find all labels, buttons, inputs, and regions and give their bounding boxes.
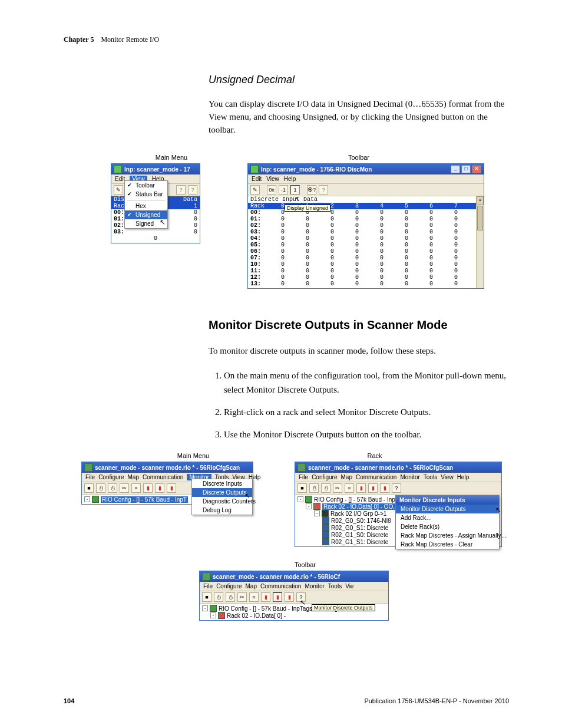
- monitor-inputs-icon[interactable]: ▮: [261, 592, 270, 602]
- m-configure[interactable]: Configure: [216, 583, 242, 589]
- menu-help[interactable]: Help: [284, 176, 296, 182]
- menu-edit[interactable]: Edit: [252, 176, 262, 182]
- icon[interactable]: ⎙: [226, 592, 235, 602]
- tool-icon[interactable]: ✎: [114, 185, 123, 195]
- tool-hex[interactable]: 0x: [267, 185, 276, 195]
- ctx-monitor-outputs[interactable]: Monitor Discrete Outputs: [396, 505, 499, 513]
- icon[interactable]: ✂: [237, 592, 247, 602]
- tree-item[interactable]: R02_G1_S1: Discrete: [331, 539, 388, 545]
- save-icon[interactable]: ■: [297, 483, 307, 493]
- mi-debug-log[interactable]: Debug Log: [192, 506, 252, 515]
- icon[interactable]: ▮: [356, 483, 366, 493]
- close-button[interactable]: ×: [472, 165, 481, 173]
- icon[interactable]: ≡: [345, 483, 354, 493]
- tree-grp[interactable]: Rack 02 I/O Grp 0->1: [330, 510, 386, 517]
- ctx-map-assign[interactable]: Rack Map Discretes - Assign Manually…: [396, 531, 499, 540]
- titlebar[interactable]: Inp: scanner_mode - 1756-RIO DiscMon _ □…: [248, 164, 484, 174]
- menu-view[interactable]: View: [266, 176, 279, 182]
- icon[interactable]: ▮: [368, 483, 378, 493]
- m-file[interactable]: File: [203, 583, 213, 589]
- tree-item[interactable]: R02_G0_S1: Discrete: [331, 525, 388, 531]
- m-monitor[interactable]: Monitor: [400, 474, 419, 480]
- monitor-outputs-icon[interactable]: ▮: [273, 592, 282, 602]
- context-menu[interactable]: Monitor Discrete Inputs Monitor Discrete…: [395, 495, 500, 549]
- m-comm[interactable]: Communication: [356, 474, 396, 480]
- icon[interactable]: ⎙: [96, 483, 105, 493]
- m-file[interactable]: File: [85, 474, 95, 480]
- toolbar: ✎ 0x -1 1 ⦿? ?: [248, 183, 484, 196]
- m-file[interactable]: File: [299, 474, 308, 480]
- data-row: 13:00000000: [248, 281, 484, 287]
- menu-item-statusbar[interactable]: Status Bar: [125, 190, 167, 199]
- tree-root[interactable]: RIO Config - [] - 57k Baud - InpT: [101, 496, 188, 503]
- save-icon[interactable]: ■: [202, 592, 211, 602]
- help-icon[interactable]: ?: [319, 185, 328, 195]
- ctx-head[interactable]: Monitor Discrete Inputs: [396, 496, 499, 505]
- icon[interactable]: ▮: [167, 483, 176, 493]
- menu-edit[interactable]: Edit: [115, 176, 125, 182]
- menu-item-signed[interactable]: Signed: [125, 219, 167, 228]
- help-context-icon[interactable]: ⦿?: [307, 185, 316, 195]
- m-tools[interactable]: Tools: [328, 583, 342, 589]
- app-icon: [250, 165, 259, 173]
- icon[interactable]: ⎙: [309, 483, 319, 493]
- icon[interactable]: ▮: [285, 592, 294, 602]
- tree-item[interactable]: R02_G0_S0: 1746-NI8: [331, 518, 391, 524]
- tree-rack[interactable]: Rack 02 - IO.Data[ 0] -: [227, 612, 286, 619]
- tool-icon[interactable]: ✎: [250, 185, 260, 195]
- m-view[interactable]: Vie: [345, 583, 353, 589]
- help-icon[interactable]: ?: [392, 483, 401, 493]
- m-map[interactable]: Map: [245, 583, 256, 589]
- mi-discrete-outputs[interactable]: Discrete Outputs: [192, 488, 252, 497]
- ctx-delete-rack[interactable]: Delete Rack(s): [396, 522, 499, 531]
- m-configure[interactable]: Configure: [312, 474, 337, 480]
- menu-item-hex[interactable]: Hex: [125, 202, 167, 210]
- titlebar[interactable]: scanner_mode - scanner mode.rio * - 56Ri…: [295, 462, 501, 473]
- icon[interactable]: ⎙: [321, 483, 330, 493]
- mi-diagnostic-counters[interactable]: Diagnostic Counters: [192, 497, 252, 506]
- tool-unsigned[interactable]: 1: [290, 185, 300, 195]
- menubar[interactable]: Edit View Help: [248, 174, 484, 183]
- help-icon[interactable]: ?: [296, 592, 306, 602]
- icon[interactable]: ✂: [333, 483, 342, 493]
- m-help[interactable]: Help: [457, 474, 470, 480]
- titlebar[interactable]: Inp: scanner_mode - 17: [111, 164, 200, 174]
- icon[interactable]: ⎙: [108, 483, 117, 493]
- m-configure[interactable]: Configure: [98, 474, 124, 480]
- m-comm[interactable]: Communication: [260, 583, 301, 589]
- menubar[interactable]: File Configure Map Communication Monitor…: [295, 473, 501, 482]
- mi-discrete-inputs[interactable]: Discrete Inputs: [192, 479, 252, 488]
- icon[interactable]: ≡: [131, 483, 141, 493]
- m-map[interactable]: Map: [127, 474, 138, 480]
- save-icon[interactable]: ■: [84, 483, 94, 493]
- icon[interactable]: ▮: [380, 483, 389, 493]
- titlebar[interactable]: scanner_mode - scanner mode.rio * - 56Ri…: [200, 571, 388, 582]
- tree-rack-sel[interactable]: Rack 02 - IO.Data[ 0] - OO.Da: [322, 503, 404, 510]
- tree-item[interactable]: R02_G1_S0: Discrete: [331, 532, 388, 538]
- menu-item-toolbar[interactable]: Toolbar: [125, 181, 167, 190]
- tool-signed[interactable]: -1: [279, 185, 288, 195]
- help-icon[interactable]: ?: [188, 185, 197, 195]
- icon[interactable]: ⎙: [214, 592, 223, 602]
- monitor-inputs-icon[interactable]: ▮: [143, 483, 153, 493]
- m-map[interactable]: Map: [340, 474, 352, 480]
- minimize-button[interactable]: _: [451, 165, 460, 173]
- scrollbar[interactable]: ▴: [476, 196, 484, 288]
- monitor-outputs-icon[interactable]: ▮: [155, 483, 164, 493]
- m-view[interactable]: View: [441, 474, 454, 480]
- ctx-map-clear[interactable]: Rack Map Discretes - Clear: [396, 540, 499, 549]
- ctx-add-rack[interactable]: Add Rack…: [396, 513, 499, 522]
- menu-item-unsigned[interactable]: Unsigned: [125, 210, 167, 219]
- maximize-button[interactable]: □: [461, 165, 471, 173]
- monitor-dropdown[interactable]: Discrete Inputs Discrete Outputs Diagnos…: [191, 479, 253, 515]
- m-monitor[interactable]: Monitor: [305, 583, 324, 589]
- icon[interactable]: ✂: [120, 483, 129, 493]
- m-tools[interactable]: Tools: [424, 474, 437, 480]
- titlebar[interactable]: scanner_mode - scanner mode.rio * - 56Ri…: [82, 462, 253, 473]
- help-icon[interactable]: ?: [176, 185, 186, 195]
- view-dropdown[interactable]: Toolbar Status Bar Hex Unsigned Signed: [124, 180, 168, 229]
- data-row: 02:00000000: [248, 222, 484, 229]
- m-comm[interactable]: Communication: [143, 474, 183, 480]
- icon[interactable]: ≡: [249, 592, 259, 602]
- menubar[interactable]: File Configure Map Communication Monitor…: [200, 582, 388, 591]
